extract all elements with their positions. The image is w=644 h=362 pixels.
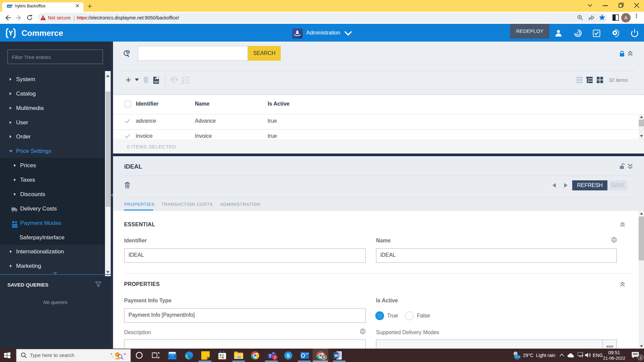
svg-text:W: W [334,354,338,358]
svg-text:SAP: SAP [8,5,12,7]
svg-text:CSV: CSV [154,81,159,83]
svg-text:T: T [269,354,271,358]
svg-text:S: S [286,353,290,358]
